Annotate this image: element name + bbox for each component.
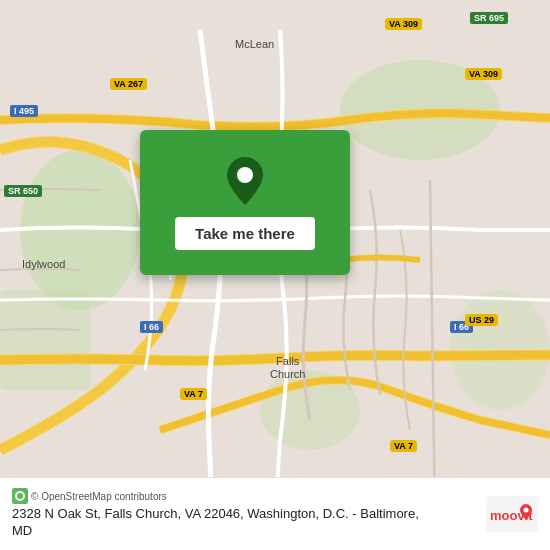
osm-logo-circle <box>15 491 25 501</box>
map-container: McLean Idylwood FallsChurch I 495 I 66 I… <box>0 0 550 550</box>
osm-credit: © OpenStreetMap contributors <box>12 488 478 504</box>
svg-rect-4 <box>0 290 90 390</box>
bottom-bar: © OpenStreetMap contributors 2328 N Oak … <box>0 477 550 550</box>
sr650-badge: SR 650 <box>4 185 42 197</box>
va7-badge: VA 7 <box>180 388 207 400</box>
bottom-info: © OpenStreetMap contributors 2328 N Oak … <box>12 488 478 540</box>
va309-badge-1: VA 309 <box>385 18 422 30</box>
us29-badge: US 29 <box>465 314 498 326</box>
take-me-there-button[interactable]: Take me there <box>175 217 315 250</box>
osm-credit-text: © OpenStreetMap contributors <box>31 491 167 502</box>
map-pin-icon <box>223 155 267 207</box>
osm-logo <box>12 488 28 504</box>
va267-badge: VA 267 <box>110 78 147 90</box>
svg-point-9 <box>524 508 529 513</box>
i495-badge: I 495 <box>10 105 38 117</box>
location-card: Take me there <box>140 130 350 275</box>
falls-church-label: FallsChurch <box>270 355 305 381</box>
i66-badge-1: I 66 <box>140 321 163 333</box>
mclean-label: McLean <box>235 38 274 50</box>
svg-point-6 <box>237 167 253 183</box>
address-text: 2328 N Oak St, Falls Church, VA 22046, W… <box>12 506 432 540</box>
moovit-logo: moovit <box>486 496 538 532</box>
idylwood-label: Idylwood <box>22 258 65 270</box>
sr695-badge: SR 695 <box>470 12 508 24</box>
va7b-badge: VA 7 <box>390 440 417 452</box>
va309-badge-2: VA 309 <box>465 68 502 80</box>
moovit-icon: moovit <box>486 496 538 532</box>
